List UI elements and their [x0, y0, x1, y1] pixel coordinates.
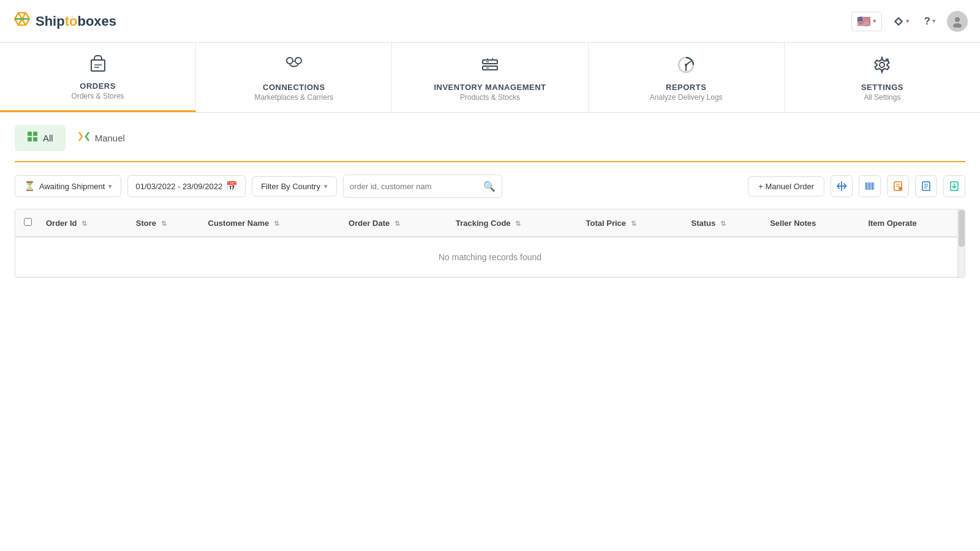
- status-filter-caret: ▾: [108, 182, 112, 190]
- table-body: No matching records found: [15, 237, 965, 277]
- scrollbar-thumb[interactable]: [959, 210, 965, 247]
- svg-rect-27: [865, 182, 867, 190]
- th-tracking-code-sort-icon[interactable]: ⇅: [515, 220, 521, 227]
- svg-point-3: [955, 17, 960, 22]
- move-icon-btn[interactable]: [831, 175, 853, 197]
- svg-rect-31: [872, 182, 873, 190]
- diamond-btn[interactable]: ▾: [889, 13, 913, 29]
- svg-point-8: [287, 58, 293, 64]
- th-order-date-label: Order Date: [349, 219, 390, 228]
- scrollbar-track[interactable]: [957, 209, 965, 277]
- diamond-chevron: ▾: [906, 17, 910, 25]
- svg-rect-24: [33, 132, 37, 136]
- nav-item-inventory[interactable]: INVENTORY MANAGEMENT Products & Stocks: [392, 43, 588, 112]
- search-input-wrap[interactable]: 🔍: [343, 174, 502, 198]
- manuel-order-btn[interactable]: + Manuel Order: [748, 176, 824, 197]
- th-customer-name-sort-icon[interactable]: ⇅: [274, 220, 279, 227]
- table-scroll-area: Order Id ⇅ Store ⇅ Customer Name ⇅ Ord: [15, 209, 965, 277]
- svg-text:!: !: [900, 187, 900, 190]
- svg-point-9: [295, 58, 301, 64]
- help-btn[interactable]: ? ▾: [921, 13, 940, 30]
- nav-title-connections: CONNECTIONS: [263, 83, 325, 92]
- hourglass-icon: ⏳: [24, 181, 36, 192]
- flag-icon: 🇺🇸: [857, 15, 870, 28]
- th-item-operate-label: Item Operate: [868, 219, 916, 228]
- country-filter-label: Filter By Country: [261, 182, 320, 191]
- th-seller-notes: Seller Notes: [764, 209, 862, 237]
- logo-icon: [12, 10, 32, 32]
- svg-rect-25: [28, 137, 32, 141]
- date-range-text: 01/03/2022 - 23/09/2022: [135, 182, 222, 191]
- orders-icon: [88, 54, 108, 78]
- table-header: Order Id ⇅ Store ⇅ Customer Name ⇅ Ord: [15, 209, 965, 237]
- status-filter-label: Awaiting Shipment: [39, 182, 105, 191]
- svg-rect-28: [867, 182, 868, 190]
- select-all-checkbox[interactable]: [24, 218, 32, 226]
- tab-all-grid-icon: [27, 131, 38, 145]
- svg-rect-10: [483, 60, 497, 64]
- flag-selector[interactable]: 🇺🇸 ▾: [851, 12, 882, 31]
- calendar-icon: 📅: [226, 181, 238, 192]
- orders-table-wrap: Order Id ⇅ Store ⇅ Customer Name ⇅ Ord: [15, 209, 965, 278]
- search-icon: 🔍: [483, 181, 496, 192]
- invoice-icon-btn[interactable]: !: [887, 175, 909, 197]
- nav-sub-reports: Analyze Delivery Logs: [650, 93, 723, 102]
- th-status-sort-icon[interactable]: ⇅: [720, 220, 726, 227]
- nav-sub-orders: Orders & Stores: [72, 92, 124, 100]
- nav-title-orders: ORDERS: [80, 81, 116, 91]
- topbar: Shiptoboxes 🇺🇸 ▾ ▾ ? ▾: [0, 0, 980, 43]
- inventory-icon: [480, 55, 500, 79]
- nav-title-settings: SETTINGS: [861, 83, 903, 92]
- search-input[interactable]: [350, 182, 483, 191]
- nav-item-orders[interactable]: ORDERS Orders & Stores: [0, 43, 196, 112]
- th-order-id-sort-icon[interactable]: ⇅: [81, 220, 87, 227]
- tab-all[interactable]: All: [15, 125, 66, 151]
- th-total-price-sort-icon[interactable]: ⇅: [631, 220, 636, 227]
- th-status-label: Status: [692, 219, 716, 228]
- help-chevron: ▾: [932, 17, 936, 25]
- th-tracking-code: Tracking Code ⇅: [450, 209, 580, 237]
- th-total-price-label: Total Price: [586, 219, 627, 228]
- svg-rect-5: [91, 60, 105, 71]
- manuel-order-label: + Manuel Order: [758, 182, 814, 191]
- nav-sub-settings: All Settings: [864, 93, 900, 102]
- tab-manuel[interactable]: Manuel: [66, 125, 137, 151]
- filter-row: ⏳ Awaiting Shipment ▾ 01/03/2022 - 23/09…: [15, 174, 965, 198]
- empty-row: No matching records found: [15, 237, 965, 277]
- country-filter-btn[interactable]: Filter By Country ▾: [252, 176, 337, 197]
- topbar-right: 🇺🇸 ▾ ▾ ? ▾: [851, 11, 968, 32]
- export-icon-btn[interactable]: [943, 175, 965, 197]
- doc-icon-btn[interactable]: [915, 175, 937, 197]
- date-filter[interactable]: 01/03/2022 - 23/09/2022 📅: [127, 175, 246, 197]
- logo-text: Shiptoboxes: [36, 13, 116, 29]
- nav-item-settings[interactable]: SETTINGS All Settings: [785, 43, 980, 112]
- th-customer-name-label: Customer Name: [208, 219, 270, 228]
- svg-rect-23: [28, 132, 32, 136]
- nav-item-connections[interactable]: CONNECTIONS Marketplaces & Carriers: [196, 43, 392, 112]
- th-order-date-sort-icon[interactable]: ⇅: [394, 220, 400, 227]
- connections-icon: [284, 55, 304, 79]
- th-order-date: Order Date ⇅: [342, 209, 450, 237]
- svg-rect-29: [869, 182, 870, 190]
- th-store-sort-icon[interactable]: ⇅: [161, 220, 167, 227]
- main-content: All Manuel ⏳ Awaiting Shipment ▾ 01/03/2…: [0, 113, 980, 551]
- th-order-id: Order Id ⇅: [40, 209, 130, 237]
- user-avatar[interactable]: [947, 11, 968, 32]
- flag-chevron: ▾: [873, 17, 876, 25]
- nav-item-reports[interactable]: REPORTS Analyze Delivery Logs: [589, 43, 785, 112]
- nav-sub-inventory: Products & Stocks: [460, 93, 520, 102]
- orders-table: Order Id ⇅ Store ⇅ Customer Name ⇅ Ord: [15, 209, 965, 277]
- barcode-icon-btn[interactable]: [859, 175, 881, 197]
- th-tracking-code-label: Tracking Code: [456, 219, 511, 228]
- svg-rect-30: [870, 182, 871, 190]
- nav-sub-connections: Marketplaces & Carriers: [254, 93, 333, 102]
- no-records-message: No matching records found: [15, 237, 965, 277]
- svg-point-4: [953, 23, 962, 28]
- th-seller-notes-label: Seller Notes: [770, 219, 816, 228]
- status-filter-btn[interactable]: ⏳ Awaiting Shipment ▾: [15, 175, 121, 197]
- tab-manuel-icon: [78, 131, 90, 145]
- th-customer-name: Customer Name ⇅: [202, 209, 343, 237]
- th-store: Store ⇅: [130, 209, 202, 237]
- tab-all-label: All: [43, 133, 53, 143]
- country-filter-caret: ▾: [324, 182, 328, 190]
